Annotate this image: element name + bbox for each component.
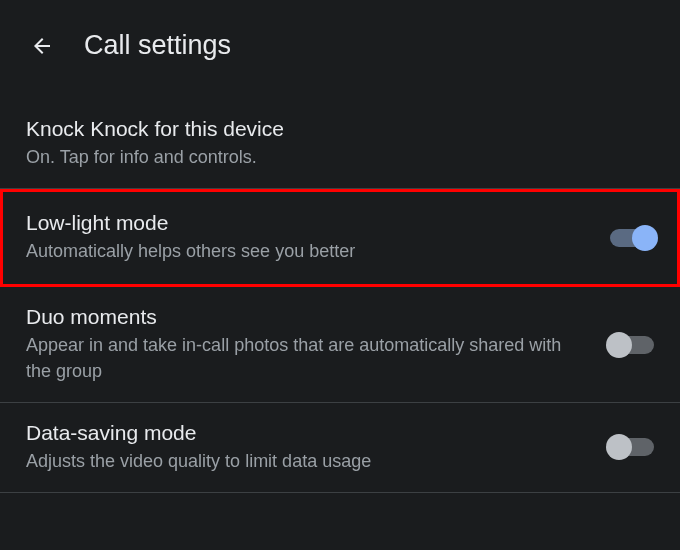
toggle-thumb <box>606 332 632 358</box>
data-saving-mode-toggle[interactable] <box>610 438 654 456</box>
setting-subtitle: Automatically helps others see you bette… <box>26 239 590 264</box>
page-title: Call settings <box>84 30 231 61</box>
setting-title: Low-light mode <box>26 211 590 235</box>
back-arrow-icon[interactable] <box>30 34 54 58</box>
setting-data-saving-mode[interactable]: Data-saving mode Adjusts the video quali… <box>0 403 680 493</box>
setting-duo-moments[interactable]: Duo moments Appear in and take in-call p… <box>0 287 680 402</box>
low-light-mode-toggle[interactable] <box>610 229 654 247</box>
setting-text: Low-light mode Automatically helps other… <box>26 211 610 264</box>
setting-low-light-mode[interactable]: Low-light mode Automatically helps other… <box>0 189 680 287</box>
setting-title: Data-saving mode <box>26 421 590 445</box>
setting-text: Duo moments Appear in and take in-call p… <box>26 305 610 383</box>
setting-subtitle: On. Tap for info and controls. <box>26 145 634 170</box>
duo-moments-toggle[interactable] <box>610 336 654 354</box>
toggle-thumb <box>606 434 632 460</box>
setting-title: Knock Knock for this device <box>26 117 634 141</box>
setting-title: Duo moments <box>26 305 590 329</box>
toggle-thumb <box>632 225 658 251</box>
setting-text: Knock Knock for this device On. Tap for … <box>26 117 654 170</box>
setting-knock-knock[interactable]: Knock Knock for this device On. Tap for … <box>0 99 680 189</box>
setting-subtitle: Adjusts the video quality to limit data … <box>26 449 590 474</box>
setting-text: Data-saving mode Adjusts the video quali… <box>26 421 610 474</box>
setting-subtitle: Appear in and take in-call photos that a… <box>26 333 590 383</box>
settings-list: Knock Knock for this device On. Tap for … <box>0 89 680 493</box>
header: Call settings <box>0 0 680 89</box>
